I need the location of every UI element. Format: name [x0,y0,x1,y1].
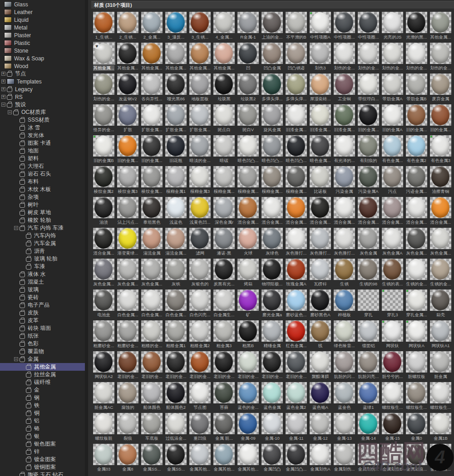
material-preview[interactable] [117,351,138,373]
collapse-icon[interactable]: − [14,357,18,361]
material-item-棱纹金属...[interactable]: 棱纹金属... [141,166,163,194]
material-preview[interactable] [262,43,283,64]
material-item-斑白V[interactable]: 斑白V [237,104,259,132]
material-preview[interactable] [165,135,187,157]
material-preview[interactable] [237,382,259,403]
material-item-R金属-1[interactable]: R金属-1 [237,12,259,40]
material-preview[interactable] [165,382,187,403]
material-item-凹[interactable]: 凹 [237,43,259,71]
material-preview[interactable] [213,382,235,403]
material-preview[interactable] [213,104,235,126]
material-preview[interactable] [310,43,331,64]
material-preview[interactable] [165,74,187,95]
sidebar-item-岩石 石头[interactable]: 岩石 石头 [0,170,85,178]
material-preview[interactable] [406,351,427,373]
material-item-混合金属...[interactable]: 混合金属... [286,197,307,225]
material-item-金属8[interactable]: 金属8 [117,444,138,472]
material-preview[interactable] [430,382,451,403]
material-item-节点图[interactable]: 节点图 [189,382,211,410]
material-preview[interactable] [165,413,187,434]
material-preview[interactable] [430,351,451,373]
material-preview[interactable] [310,444,331,465]
sidebar-item-银色图案[interactable]: 银色图案 [0,440,85,448]
material-preview[interactable] [262,166,283,187]
material-item-有光泽的...[interactable]: 有光泽的... [334,135,355,163]
material-preview[interactable] [189,74,211,95]
material-preview[interactable] [189,413,211,434]
material-preview[interactable] [237,413,259,434]
material-preview[interactable] [430,290,451,311]
material-preview[interactable] [382,166,403,187]
material-item-模糊金属3[interactable]: 模糊金属3 [189,166,211,194]
material-preview[interactable] [141,290,163,311]
material-item-2_生锈...[interactable]: 2_生锈... [117,12,138,40]
sidebar-item-电子产品[interactable]: 电子产品 [0,301,85,309]
sidebar-item-Leather[interactable]: Leather [0,8,85,16]
material-item-3_漫反...[interactable]: 3_漫反... [165,12,187,40]
material-item-污点[interactable]: 污点 [382,166,403,194]
material-item-划伤的金...[interactable]: 划伤的金... [358,43,379,71]
material-item-旧的金属...[interactable]: 旧的金属... [141,135,163,163]
material-item-磨砂黑色A[interactable]: 磨砂黑色A [310,290,331,318]
sidebar-item-布料[interactable]: 布料 [0,178,85,186]
material-preview[interactable] [286,12,307,33]
material-item-3_生锈...[interactable]: 3_生锈... [189,12,211,40]
material-preview[interactable] [237,104,259,126]
material-preview[interactable] [310,320,331,342]
material-item-多弹头弹...[interactable]: 多弹头弹... [262,74,283,102]
material-preview[interactable] [334,166,355,187]
material-item-暗色凹凸...[interactable]: 暗色凹凸... [262,135,283,163]
material-item-划伤的金...[interactable]: 划伤的金... [406,43,427,71]
material-preview[interactable] [382,413,403,434]
material-preview[interactable] [189,135,211,157]
material-item-炭黑有光...[interactable]: 炭黑有光... [213,259,235,287]
material-preview[interactable] [334,444,355,465]
material-preview[interactable] [406,43,427,64]
material-preview[interactable] [382,104,403,126]
material-preview[interactable] [141,166,163,187]
material-preview[interactable] [358,12,379,33]
material-item-暗色凹凸...[interactable]: 暗色凹凸... [237,135,259,163]
material-preview[interactable] [382,290,403,311]
material-item-脏金属[interactable]: 脏金属 [430,351,451,379]
material-preview[interactable] [141,228,163,249]
material-item-穿孔金属...[interactable]: 穿孔金属... [406,290,427,318]
material-item-有色金属3[interactable]: 有色金属3 [430,135,451,163]
sidebar-item-瓷砖[interactable]: 瓷砖 [0,294,85,301]
material-item-光亮的JS[interactable]: 光亮的JS [382,12,403,40]
material-preview[interactable] [93,413,114,434]
material-item-扩散金属...[interactable]: 扩散金属... [189,104,211,132]
material-item-生锈[interactable]: 生锈 [334,259,355,287]
material-item-上油的金...[interactable]: 上油的金... [262,12,283,40]
material-item-渐变黄绿...[interactable]: 渐变黄绿... [117,228,138,256]
material-preview[interactable] [358,197,379,218]
material-item-缎面铝[interactable]: 缎面铝 [358,320,379,348]
material-preview[interactable] [117,166,138,187]
material-preview[interactable] [213,413,235,434]
material-item-生锈的金...[interactable]: 生锈的金... [430,259,451,287]
sidebar-item-RS[interactable]: +RS [0,93,85,101]
material-preview[interactable] [430,104,451,126]
material-preview[interactable] [189,43,211,64]
material-preview[interactable] [334,12,355,33]
material-preview[interactable] [93,259,114,280]
sidebar-item-Metal[interactable]: Metal [0,24,85,31]
material-preview[interactable] [141,74,163,95]
material-item-脏金属AC[interactable]: 脏金属AC [93,382,114,410]
material-item-污染金属[interactable]: 污染金属 [334,166,355,194]
material-preview[interactable] [213,135,235,157]
material-item-混合金属...[interactable]: 混合金属... [358,197,379,225]
material-preview[interactable] [310,290,331,311]
material-item-穿孔3[interactable]: 穿孔3 [382,290,403,318]
material-preview[interactable] [141,104,163,126]
material-item-旧漆金属...[interactable]: 旧漆金属... [310,104,331,132]
material-preview[interactable] [334,413,355,434]
material-item-划伤的金...[interactable]: 划伤的金... [93,74,114,102]
material-item-金属SS...[interactable]: 金属SS... [141,444,163,472]
collapse-icon[interactable]: − [1,103,5,107]
material-item-烤箱[interactable]: 烤箱 [237,259,259,287]
sidebar-item-镀铜图案[interactable]: 镀铜图案 [0,463,85,471]
material-preview[interactable] [382,320,403,342]
expand-icon[interactable]: + [1,72,5,76]
material-preview[interactable] [141,382,163,403]
